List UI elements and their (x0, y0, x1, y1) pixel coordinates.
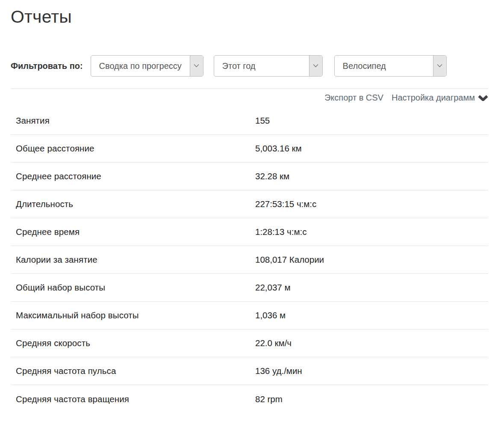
filter-dropdown-report-type[interactable]: Сводка по прогрессу (91, 55, 203, 77)
row-label: Средняя скорость (11, 338, 255, 348)
filter-label: Фильтровать по: (11, 61, 83, 71)
row-label: Максимальный набор высоты (11, 310, 255, 320)
row-value: 82 rpm (255, 394, 488, 404)
row-label: Среднее время (11, 227, 255, 237)
table-row: Среднее время 1:28:13 ч:м:с (11, 218, 488, 246)
export-csv-link[interactable]: Экспорт в CSV (324, 93, 383, 103)
row-value: 22.0 км/ч (255, 338, 488, 348)
report-toolbar: Экспорт в CSV Настройка диаграмм (11, 89, 488, 107)
chevron-down-icon (478, 95, 488, 101)
row-label: Занятия (11, 116, 255, 126)
table-row: Длительность 227:53:15 ч:м:с (11, 190, 488, 218)
row-label: Общий набор высоты (11, 282, 255, 293)
row-value: 136 уд./мин (255, 366, 488, 376)
row-value: 155 (255, 116, 488, 126)
row-label: Калории за занятие (11, 255, 255, 265)
chart-settings-link[interactable]: Настройка диаграмм (392, 93, 488, 103)
table-row: Занятия 155 (11, 107, 488, 135)
row-label: Среднее расстояние (11, 171, 255, 181)
report-section: Экспорт в CSV Настройка диаграмм Занятия… (11, 89, 488, 413)
table-row: Общее расстояние 5,003.16 км (11, 135, 488, 163)
table-row: Средняя частота пульса 136 уд./мин (11, 357, 488, 385)
row-label: Длительность (11, 199, 255, 209)
chart-settings-link-label: Настройка диаграмм (392, 93, 475, 103)
row-value: 108,017 Калории (255, 255, 488, 265)
chevron-down-icon (190, 56, 203, 76)
dropdown-selected-value: Велосипед (335, 56, 433, 76)
filter-dropdown-time-period[interactable]: Этот год (214, 55, 323, 77)
stats-table: Занятия 155 Общее расстояние 5,003.16 км… (11, 107, 488, 413)
table-row: Среднее расстояние 32.28 км (11, 163, 488, 190)
chevron-down-icon (309, 56, 322, 76)
row-label: Средняя частота пульса (11, 366, 255, 376)
row-value: 22,037 м (255, 282, 488, 293)
page-title: Отчеты (11, 7, 488, 27)
chevron-down-icon (433, 56, 446, 76)
table-row: Общий набор высоты 22,037 м (11, 274, 488, 302)
table-row: Средняя скорость 22.0 км/ч (11, 329, 488, 357)
dropdown-selected-value: Этот год (214, 56, 309, 76)
filter-dropdown-activity-type[interactable]: Велосипед (334, 55, 447, 77)
row-value: 1,036 м (255, 310, 488, 320)
reports-page: Отчеты Фильтровать по: Сводка по прогрес… (0, 0, 504, 430)
row-label: Средняя частота вращения (11, 394, 255, 404)
dropdown-selected-value: Сводка по прогрессу (91, 56, 190, 76)
row-value: 227:53:15 ч:м:с (255, 199, 488, 209)
table-row: Максимальный набор высоты 1,036 м (11, 302, 488, 329)
row-label: Общее расстояние (11, 143, 255, 154)
row-value: 1:28:13 ч:м:с (255, 227, 488, 237)
table-row: Калории за занятие 108,017 Калории (11, 246, 488, 274)
row-value: 32.28 км (255, 171, 488, 181)
row-value: 5,003.16 км (255, 143, 488, 154)
filter-bar: Фильтровать по: Сводка по прогрессу Этот… (11, 55, 488, 77)
table-row: Средняя частота вращения 82 rpm (11, 385, 488, 413)
